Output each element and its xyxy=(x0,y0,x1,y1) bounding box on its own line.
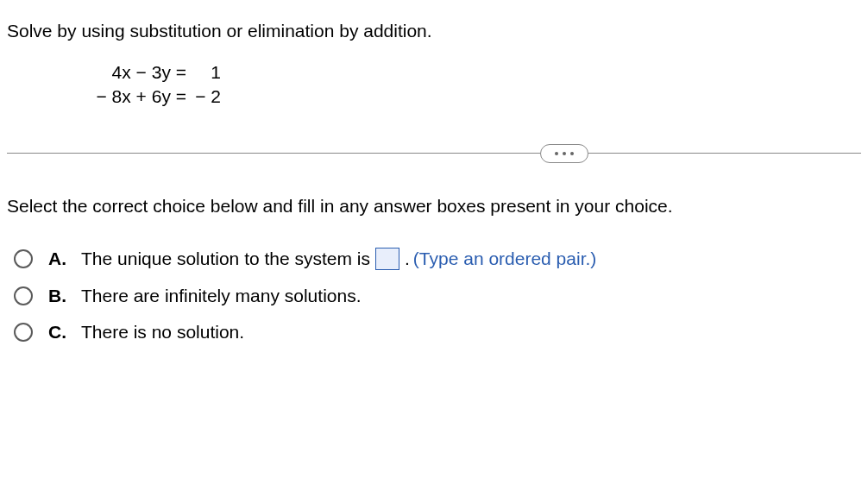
option-b[interactable]: B. There are infinitely many solutions. xyxy=(14,286,861,306)
answer-input-a[interactable] xyxy=(375,248,399,270)
equation-1: 4x − 3y = 1 xyxy=(81,60,861,85)
instruction-text: Select the correct choice below and fill… xyxy=(7,196,861,217)
divider-line-left xyxy=(7,153,540,154)
equation-1-right: 1 xyxy=(186,60,221,85)
option-a-hint: (Type an ordered pair.) xyxy=(413,248,596,269)
equation-2-left: − 8x + 6y = xyxy=(81,85,186,109)
divider-line-right xyxy=(588,153,861,154)
radio-c[interactable] xyxy=(14,323,33,342)
radio-a[interactable] xyxy=(14,249,33,268)
option-a[interactable]: A. The unique solution to the system is … xyxy=(14,248,861,270)
option-c-letter: C. xyxy=(48,322,69,343)
equation-system: 4x − 3y = 1 − 8x + 6y = − 2 xyxy=(81,60,861,110)
option-a-before: The unique solution to the system is xyxy=(81,248,370,269)
option-b-letter: B. xyxy=(48,286,69,306)
option-c-text: There is no solution. xyxy=(81,322,244,343)
equation-2: − 8x + 6y = − 2 xyxy=(81,85,861,109)
question-text: Solve by using substitution or eliminati… xyxy=(7,21,861,41)
equation-1-left: 4x − 3y = xyxy=(81,60,186,85)
option-a-letter: A. xyxy=(48,248,69,269)
options-group: A. The unique solution to the system is … xyxy=(7,248,861,343)
divider xyxy=(7,144,861,163)
more-icon[interactable] xyxy=(540,144,588,163)
option-a-text: The unique solution to the system is . (… xyxy=(81,248,596,270)
equation-2-right: − 2 xyxy=(186,85,221,109)
option-c[interactable]: C. There is no solution. xyxy=(14,322,861,343)
radio-b[interactable] xyxy=(14,286,33,305)
option-b-text: There are infinitely many solutions. xyxy=(81,286,362,306)
option-a-period: . xyxy=(405,248,410,269)
